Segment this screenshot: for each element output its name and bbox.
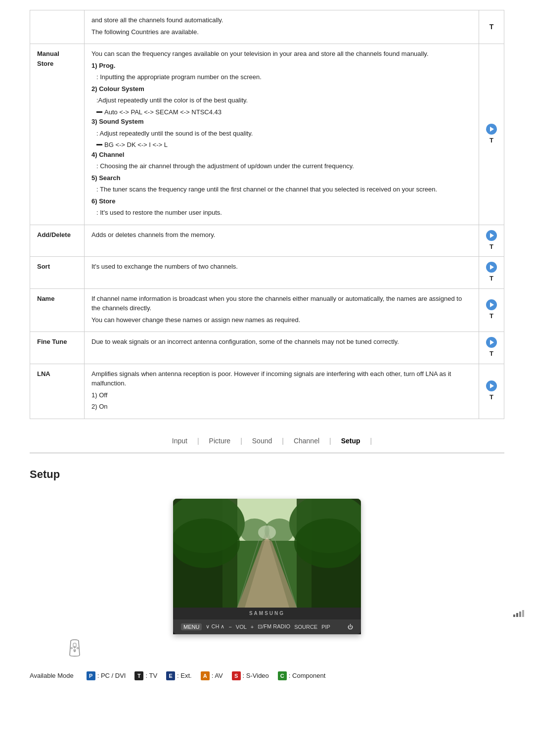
table-row: Fine Tune Due to weak signals or an inco…: [30, 332, 504, 364]
item-colour-desc: :Adjust repeatedly until the color is of…: [96, 95, 472, 105]
play-t-icon: T: [486, 230, 497, 252]
mode-item-tv: T : TV: [134, 671, 157, 680]
vol-label: VOL: [236, 624, 247, 630]
play-t-icon: T: [486, 299, 497, 321]
mode-item-pc: P : PC / DVI: [87, 671, 126, 680]
t-icon: T: [486, 22, 497, 32]
row-content: Amplifies signals when antenna reception…: [85, 364, 479, 419]
mode-item-component: C : Component: [278, 671, 325, 680]
mode-icon-av: A: [201, 671, 210, 680]
icon-cell: T: [479, 10, 504, 44]
source-btn[interactable]: SOURCE: [294, 624, 317, 630]
mode-icon-pc: P: [87, 671, 95, 680]
pip-btn[interactable]: PIP: [321, 624, 330, 630]
icon-cell: T: [479, 364, 504, 419]
svg-point-10: [173, 519, 240, 568]
row-label: Sort: [30, 257, 85, 289]
content-line: If channel name information is broadcast…: [91, 294, 472, 313]
vol-plus[interactable]: +: [251, 624, 254, 630]
content-line: It's used to exchange the numbers of two…: [91, 262, 472, 272]
icon-cell: T: [479, 225, 504, 257]
play-t-icon: T: [486, 262, 497, 284]
item-sound-desc: : Adjust repeatedly until the sound is o…: [96, 129, 472, 139]
item-store-desc: : It's used to restore the number user i…: [96, 208, 472, 218]
page-container: and store all the channels found automat…: [0, 0, 534, 700]
vol-minus[interactable]: −: [228, 624, 231, 630]
content-line: Amplifies signals when antenna reception…: [91, 369, 472, 388]
icon-cell: T: [479, 257, 504, 289]
mode-item-av: A : AV: [201, 671, 223, 680]
row-label: [30, 10, 85, 44]
mode-text-ext: : Ext.: [177, 672, 192, 679]
nav-bar: Input | Picture | Sound | Channel | Setu…: [30, 434, 504, 448]
t-icon: T: [490, 274, 493, 284]
play-t-icon: T: [486, 337, 497, 359]
mode-icon-ext: E: [166, 671, 175, 680]
t-icon: T: [490, 136, 493, 145]
icon-cell: T: [479, 332, 504, 364]
row-label: Add/Delete: [30, 225, 85, 257]
mode-icon-tv: T: [134, 671, 143, 680]
nav-item-sound[interactable]: Sound: [242, 434, 282, 448]
sound-sub: BG <-> DK <-> I <-> L: [96, 140, 472, 150]
mode-text-av: : AV: [212, 672, 223, 679]
row-content: If channel name information is broadcast…: [85, 288, 479, 332]
setup-title: Setup: [30, 468, 504, 481]
mode-text-component: : Component: [289, 672, 325, 679]
menu-btn[interactable]: MENU: [181, 623, 202, 630]
content-line: Due to weak signals or an incorrect ante…: [91, 337, 472, 347]
item-sound-title: 3) Sound System: [91, 117, 472, 127]
nav-item-channel[interactable]: Channel: [284, 434, 329, 448]
row-label: ManualStore: [30, 44, 85, 225]
colour-sub: Auto <-> PAL <-> SECAM <-> NTSC4.43: [96, 107, 472, 117]
content-line: 1) Off: [91, 390, 472, 400]
content-line: Adds or deletes channels from the memory…: [91, 230, 472, 240]
power-btn[interactable]: ⏻: [348, 624, 353, 630]
mode-icon-component: C: [278, 671, 287, 680]
tv-brand-text: SAMSUNG: [249, 611, 285, 616]
t-icon: T: [490, 242, 493, 252]
table-row: ManualStore You can scan the frequency r…: [30, 44, 504, 225]
content-line: 2) On: [91, 402, 472, 412]
t-icon: T: [490, 392, 493, 402]
nav-separator: |: [370, 437, 372, 445]
row-content: Adds or deletes channels from the memory…: [85, 225, 479, 257]
available-mode: Available Mode P : PC / DVI T : TV E : E…: [30, 671, 504, 680]
item-prog-desc: : Inputting the appropriate program numb…: [96, 72, 472, 82]
play-icon: [486, 262, 497, 273]
sound-sub-text: BG <-> DK <-> I <-> L: [104, 140, 168, 150]
row-content: Due to weak signals or an incorrect ante…: [85, 332, 479, 364]
tv-controls-bar: MENU ∨ CH ∧ − VOL + ⊡/FM RADIO SOURCE PI…: [173, 619, 361, 634]
play-icon: [486, 230, 497, 241]
mode-text-svideo: : S-Video: [243, 672, 269, 679]
svg-point-20: [77, 647, 79, 649]
row-label: LNA: [30, 364, 85, 419]
fm-radio-btn[interactable]: ⊡/FM RADIO: [258, 623, 290, 630]
setup-section: Setup: [30, 468, 504, 680]
row-content: It's used to exchange the numbers of two…: [85, 257, 479, 289]
mode-item-svideo: S : S-Video: [232, 671, 269, 680]
row-content: You can scan the frequency ranges availa…: [85, 44, 479, 225]
content-line: You can however change these names or as…: [91, 315, 472, 325]
t-icon: T: [490, 311, 493, 321]
nav-item-picture[interactable]: Picture: [199, 434, 241, 448]
row-content: and store all the channels found automat…: [85, 10, 479, 44]
nav-item-input[interactable]: Input: [162, 434, 197, 448]
item-channel-title: 4) Channel: [91, 150, 472, 160]
dash-icon: [96, 144, 102, 145]
manual-store-intro: You can scan the frequency ranges availa…: [91, 49, 472, 59]
play-icon: [486, 124, 497, 135]
table-row: Sort It's used to exchange the numbers o…: [30, 257, 504, 289]
tv-scene-svg: [173, 499, 361, 608]
table-row: Add/Delete Adds or deletes channels from…: [30, 225, 504, 257]
nav-item-setup[interactable]: Setup: [331, 434, 370, 448]
item-search-title: 5) Search: [91, 173, 472, 183]
play-icon: [486, 337, 497, 348]
tv-mockup: SAMSUNG MENU ∨ CH ∧ − VOL + ⊡/FM RADIO S…: [173, 499, 361, 634]
dash-icon: [96, 111, 102, 113]
item-channel-desc: : Choosing the air channel through the a…: [96, 161, 472, 171]
tv-screen: [173, 499, 361, 608]
mode-text-pc: : PC / DVI: [97, 672, 126, 679]
table-row: LNA Amplifies signals when antenna recep…: [30, 364, 504, 419]
ch-control: ∨ CH ∧: [206, 623, 224, 630]
